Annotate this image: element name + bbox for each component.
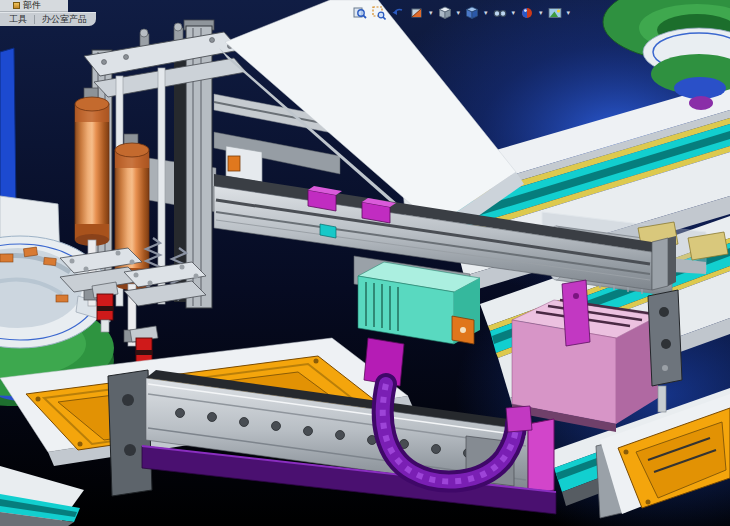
apply-scene-icon[interactable]: [547, 5, 563, 21]
section-view-icon[interactable]: [409, 5, 425, 21]
zoom-fit-icon[interactable]: [352, 5, 368, 21]
zoom-area-icon[interactable]: [371, 5, 387, 21]
tab-office-products[interactable]: 办公室产品: [42, 13, 87, 26]
caret-icon[interactable]: ▾: [484, 10, 488, 17]
tab-tools[interactable]: 工具: [9, 13, 27, 26]
edit-appearance-icon[interactable]: [519, 5, 535, 21]
part-icon: [13, 2, 20, 9]
menu-tab-label: 部件: [23, 0, 41, 12]
viewport-3d[interactable]: [0, 0, 730, 526]
hide-show-items-icon[interactable]: [492, 5, 508, 21]
view-orientation-icon[interactable]: [437, 5, 453, 21]
display-style-icon[interactable]: [464, 5, 480, 21]
menu-tab-part[interactable]: 部件: [0, 0, 68, 12]
heads-up-view-toolbar: ▾ ▾ ▾ ▾ ▾ ▾: [352, 5, 571, 21]
end-cap-magenta[interactable]: [528, 419, 554, 496]
caret-icon[interactable]: ▾: [539, 10, 543, 17]
caret-icon[interactable]: ▾: [512, 10, 516, 17]
tab-divider: [34, 15, 35, 24]
orange-fitting: [228, 156, 240, 171]
caret-icon[interactable]: ▾: [567, 10, 571, 17]
caret-icon[interactable]: ▾: [457, 10, 461, 17]
magenta-plate[interactable]: [562, 280, 590, 346]
previous-view-icon[interactable]: [390, 5, 406, 21]
command-manager-tabs: 工具 办公室产品: [0, 12, 96, 26]
application-window: 部件 工具 办公室产品 ▾ ▾ ▾ ▾: [0, 0, 730, 526]
caret-icon[interactable]: ▾: [429, 10, 433, 17]
